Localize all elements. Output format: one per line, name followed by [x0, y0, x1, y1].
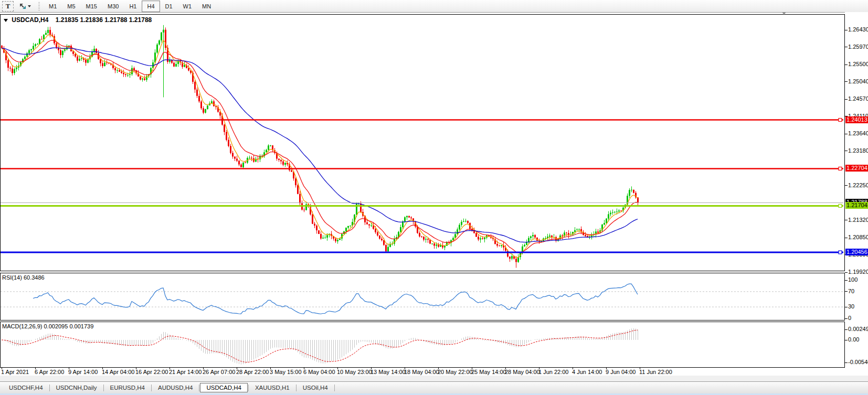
price-tick-mark: [845, 65, 848, 65]
time-tick-label: 1 Jun 22:00: [538, 369, 569, 375]
macd-indicator-label: MACD(12,26,9) 0.002095 0.001739: [2, 323, 93, 329]
chart-tab-xauusd-h1[interactable]: XAUUSD,H1: [249, 383, 295, 392]
chart-title: USDCAD,H4 1.21835 1.21836 1.21788 1.2178…: [4, 16, 152, 24]
tab-divider: [151, 385, 152, 391]
macd-tick-label: 0.00: [848, 336, 859, 343]
timeframe-button-d1[interactable]: D1: [160, 1, 178, 12]
price-tick-label: 1.19920: [848, 269, 868, 275]
macd-tick-label: 0.00249: [848, 326, 868, 332]
macd-pane[interactable]: [0, 322, 845, 368]
time-tick-label: 20 May 22:00: [438, 369, 473, 375]
time-tick-label: 14 Apr 04:00: [102, 369, 134, 375]
time-tick-label: 9 Apr 14:00: [68, 369, 98, 375]
price-tick-label: 1.21320: [848, 217, 868, 223]
timeframe-buttons: M1M5M15M30H1H4D1W1MN: [44, 1, 216, 12]
chart-symbol-timeframe: USDCAD,H4: [12, 16, 48, 24]
chart-menu-triangle-icon[interactable]: [4, 19, 8, 22]
price-tick-mark: [845, 220, 848, 220]
rsi-tick-label: 70: [848, 288, 854, 294]
price-tick-label: 1.20850: [848, 234, 868, 240]
price-tick-mark: [845, 30, 848, 30]
chart-tab-usdchf-h4[interactable]: USDCHF,H4: [3, 383, 49, 392]
time-tick-label: 13 May 14:00: [371, 369, 406, 375]
time-tick-label: 3 May 15:00: [270, 369, 302, 375]
time-tick-label: 4 Jun 14:00: [572, 369, 602, 375]
chart-shift-marker-icon[interactable]: [782, 12, 786, 15]
rsi-tick-label: 100: [848, 276, 858, 283]
rsi-tick-mark: [845, 307, 848, 307]
time-tick-label: 16 Apr 22:00: [135, 369, 168, 375]
tab-divider: [248, 385, 249, 391]
time-tick-label: 9 Jun 04:00: [606, 369, 636, 375]
arrows-icon: [19, 3, 27, 10]
price-tick-mark: [845, 99, 848, 100]
time-tick-label: 6 Apr 22:00: [35, 369, 64, 375]
price-tick-mark: [845, 185, 848, 186]
rsi-tick-label: 30: [848, 303, 854, 309]
chart-tab-usoil-h4[interactable]: USOil,H4: [297, 383, 334, 392]
rsi-tick-mark: [845, 280, 848, 281]
macd-tick-mark: [845, 329, 848, 330]
price-tick-mark: [845, 272, 848, 273]
rsi-pane[interactable]: [0, 273, 845, 321]
main-chart-canvas[interactable]: [1, 15, 843, 270]
chart-tab-audusd-h4[interactable]: AUDUSD,H4: [152, 383, 198, 392]
tab-divider: [199, 385, 199, 391]
level-price-tag[interactable]: 1.21704: [845, 202, 868, 209]
price-tick-label: 1.25970: [848, 44, 868, 50]
timeframe-button-mn[interactable]: MN: [197, 1, 216, 12]
rsi-tick-label: 0: [848, 315, 851, 321]
main-chart-pane[interactable]: [0, 14, 845, 271]
toolbar-grip: [38, 2, 40, 10]
tab-divider: [49, 385, 50, 391]
macd-canvas[interactable]: [1, 322, 843, 366]
price-tick-mark: [845, 134, 848, 134]
timeframe-button-m1[interactable]: M1: [44, 1, 62, 12]
timeframe-button-h4[interactable]: H4: [142, 1, 160, 12]
timeframe-button-m15[interactable]: M15: [81, 1, 102, 12]
time-tick-label: 18 May 04:00: [404, 369, 439, 375]
price-tick-label: 1.25040: [848, 78, 868, 84]
timeframe-button-h1[interactable]: H1: [124, 1, 142, 12]
timeframe-button-w1[interactable]: W1: [178, 1, 197, 12]
time-tick-label: 1 Apr 2021: [1, 369, 29, 375]
chart-tab-eurusd-h4[interactable]: EURUSD,H4: [104, 383, 151, 392]
time-tick-label: 28 Apr 22:00: [236, 369, 269, 375]
price-tick-mark: [845, 81, 848, 82]
time-tick-label: 6 May 04:00: [303, 369, 335, 375]
rsi-canvas[interactable]: [1, 273, 843, 319]
chart-tab-usdcnh-daily[interactable]: USDCNH,Daily: [50, 383, 103, 392]
text-tool-button[interactable]: T: [2, 1, 14, 12]
price-tick-mark: [845, 47, 848, 47]
rsi-tick-mark: [845, 291, 848, 292]
time-tick-label: 21 Apr 14:00: [169, 369, 202, 375]
price-tick-label: 1.23640: [848, 130, 868, 136]
bottom-bar: USDCHF,H4USDCNH,DailyEURUSD,H4AUDUSD,H4U…: [0, 376, 868, 395]
level-price-tag[interactable]: 1.20456: [845, 249, 868, 255]
tab-divider: [296, 385, 297, 391]
rsi-indicator-label: RSI(14) 60.3486: [2, 274, 45, 281]
time-axis[interactable]: 1 Apr 20216 Apr 22:009 Apr 14:0014 Apr 0…: [0, 368, 845, 376]
level-price-tag[interactable]: 1.24013: [845, 116, 868, 123]
price-tick-label: 1.25500: [848, 61, 868, 67]
time-tick-label: 10 May 23:00: [337, 369, 372, 375]
arrows-tool-button[interactable]: [16, 2, 34, 11]
timeframe-button-m30[interactable]: M30: [102, 1, 124, 12]
chart-tabbar: USDCHF,H4USDCNH,DailyEURUSD,H4AUDUSD,H4U…: [0, 381, 868, 393]
timeframe-button-m5[interactable]: M5: [62, 1, 80, 12]
price-tick-label: 1.23180: [848, 147, 868, 154]
time-tick-label: 11 Jun 22:00: [639, 369, 672, 375]
macd-tick-mark: [845, 340, 848, 340]
time-tick-label: 26 Apr 07:00: [203, 369, 235, 375]
chart-tab-usdcad-h4[interactable]: USDCAD,H4: [200, 383, 247, 392]
chart-ohlc-values: 1.21835 1.21836 1.21788 1.21788: [56, 16, 152, 24]
time-tick-label: 28 May 04:00: [505, 369, 540, 375]
tab-divider: [334, 385, 335, 391]
level-price-tag[interactable]: 1.22704: [845, 165, 868, 172]
terminal-window: T M1M5M15M30H1H4D1W1MN USDCAD,H4 1.21835…: [0, 0, 868, 395]
rsi-tick-mark: [845, 318, 848, 319]
dropdown-caret-icon: [28, 5, 31, 7]
macd-tick-label: -0.005403: [848, 359, 868, 365]
price-tick-mark: [845, 238, 848, 238]
toolbar: T M1M5M15M30H1H4D1W1MN: [0, 0, 868, 13]
